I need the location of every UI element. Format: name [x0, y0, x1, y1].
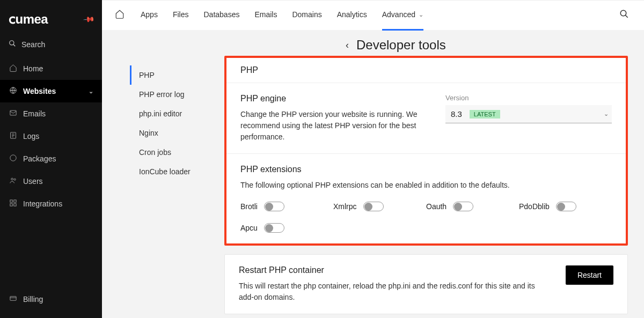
- ext-pdodblib: PdoDblib: [519, 202, 612, 211]
- sidebar-item-users[interactable]: Users: [0, 170, 102, 193]
- svg-rect-14: [10, 204, 12, 206]
- sidebar-nav: Home Websites ⌄ Emails Logs: [0, 57, 102, 288]
- svg-point-9: [10, 155, 16, 161]
- integrations-icon: [9, 199, 17, 209]
- php-engine-heading: PHP engine: [240, 94, 424, 103]
- php-card: PHP PHP engine Change the PHP version yo…: [224, 56, 628, 246]
- sidebar-item-label: Packages: [23, 154, 56, 163]
- sidebar-item-logs[interactable]: Logs: [0, 125, 102, 147]
- svg-rect-12: [10, 200, 12, 202]
- subnav-item-php[interactable]: PHP: [130, 65, 224, 85]
- ext-xmlrpc: Xmlrpc: [333, 202, 426, 211]
- tab-apps[interactable]: Apps: [141, 1, 158, 31]
- svg-line-1: [13, 45, 16, 47]
- tab-emails[interactable]: Emails: [254, 1, 277, 31]
- restart-heading: Restart PHP container: [239, 265, 550, 275]
- logs-icon: [9, 131, 17, 141]
- home-icon: [9, 64, 17, 73]
- svg-rect-4: [10, 110, 16, 115]
- pin-icon[interactable]: 📌: [83, 13, 95, 25]
- php-engine-section: PHP engine Change the PHP version your w…: [226, 83, 626, 153]
- version-label: Version: [445, 94, 612, 102]
- toggle-brotli[interactable]: [264, 202, 284, 211]
- page-title: Developer tools: [356, 38, 446, 53]
- tab-domains[interactable]: Domains: [292, 1, 321, 31]
- subnav: PHP PHP error log php.ini editor Nginx C…: [117, 56, 224, 318]
- svg-point-0: [10, 41, 14, 45]
- logo-row: ᴄumea 📌: [0, 0, 102, 34]
- search-icon: [9, 40, 16, 49]
- svg-rect-15: [13, 204, 16, 206]
- toggle-pdodblib[interactable]: [556, 202, 576, 211]
- sidebar-item-label: Billing: [23, 295, 43, 304]
- ext-apcu: Apcu: [240, 223, 333, 233]
- tab-analytics[interactable]: Analytics: [337, 1, 367, 31]
- ext-oauth: Oauth: [426, 202, 519, 211]
- search-label: Search: [21, 40, 45, 49]
- chevron-down-icon: ⌄: [89, 88, 93, 95]
- subnav-item-php-ini[interactable]: php.ini editor: [130, 104, 224, 123]
- sidebar-bottom: Billing: [0, 288, 102, 318]
- subnav-item-nginx[interactable]: Nginx: [130, 123, 224, 143]
- chevron-down-icon: ⌄: [419, 11, 423, 18]
- sidebar-item-emails[interactable]: Emails: [0, 102, 102, 125]
- svg-point-18: [620, 10, 626, 16]
- restart-card: Restart PHP container This will restart …: [224, 254, 628, 314]
- section-header: ‹ Developer tools: [102, 38, 644, 56]
- tab-files[interactable]: Files: [173, 1, 189, 31]
- php-extensions-section: PHP extensions The following optional PH…: [226, 153, 626, 243]
- mail-icon: [9, 109, 17, 119]
- toggle-oauth[interactable]: [453, 202, 473, 211]
- svg-line-19: [625, 15, 628, 18]
- topbar: Apps Files Databases Emails Domains Anal…: [102, 0, 644, 30]
- sidebar-item-home[interactable]: Home: [0, 57, 102, 80]
- ext-brotli: Brotli: [240, 202, 333, 211]
- extensions-desc: The following optional PHP extensions ca…: [240, 180, 612, 191]
- svg-rect-16: [10, 297, 16, 301]
- card-title: PHP: [226, 58, 626, 83]
- tab-advanced[interactable]: Advanced⌄: [382, 1, 423, 31]
- top-tabs: Apps Files Databases Emails Domains Anal…: [141, 1, 423, 31]
- chevron-down-icon: ⌄: [604, 110, 609, 117]
- sidebar-item-websites[interactable]: Websites ⌄: [0, 80, 102, 102]
- sidebar: ᴄumea 📌 Search Home Websites ⌄: [0, 0, 102, 318]
- toggle-xmlrpc[interactable]: [363, 202, 384, 211]
- latest-badge: LATEST: [470, 110, 500, 119]
- subnav-item-ioncube[interactable]: IonCube loader: [130, 162, 224, 181]
- extensions-heading: PHP extensions: [240, 165, 612, 174]
- billing-icon: [9, 294, 17, 304]
- sidebar-item-label: Websites: [23, 87, 56, 95]
- sidebar-item-billing[interactable]: Billing: [0, 288, 102, 310]
- users-icon: [9, 176, 17, 186]
- svg-point-11: [14, 179, 16, 180]
- svg-point-10: [11, 178, 13, 180]
- toggle-apcu[interactable]: [264, 223, 284, 233]
- php-version-select[interactable]: 8.3 LATEST ⌄: [445, 105, 612, 123]
- sidebar-item-packages[interactable]: Packages: [0, 147, 102, 170]
- sidebar-item-label: Integrations: [23, 199, 62, 208]
- main: Apps Files Databases Emails Domains Anal…: [102, 0, 644, 318]
- sidebar-item-label: Logs: [23, 132, 39, 140]
- sidebar-item-label: Users: [23, 177, 43, 186]
- sidebar-item-integrations[interactable]: Integrations: [0, 193, 102, 215]
- php-engine-desc: Change the PHP version your website is r…: [240, 109, 424, 143]
- search-trigger[interactable]: Search: [0, 34, 102, 57]
- back-button[interactable]: ‹: [346, 40, 349, 51]
- content-column: PHP PHP engine Change the PHP version yo…: [224, 56, 628, 318]
- packages-icon: [9, 154, 17, 164]
- svg-rect-13: [13, 200, 16, 202]
- sidebar-item-label: Emails: [23, 109, 46, 118]
- subnav-item-cron[interactable]: Cron jobs: [130, 143, 224, 162]
- home-icon[interactable]: [115, 9, 125, 21]
- globe-icon: [9, 86, 17, 96]
- tab-databases[interactable]: Databases: [203, 1, 239, 31]
- sidebar-item-label: Home: [23, 64, 43, 73]
- subnav-item-php-error-log[interactable]: PHP error log: [130, 85, 224, 104]
- brand-logo: ᴄumea: [9, 12, 48, 27]
- restart-button[interactable]: Restart: [566, 265, 613, 285]
- restart-desc: This will restart the php container, rel…: [239, 280, 550, 303]
- search-icon[interactable]: [619, 9, 629, 21]
- version-value: 8.3: [451, 109, 462, 119]
